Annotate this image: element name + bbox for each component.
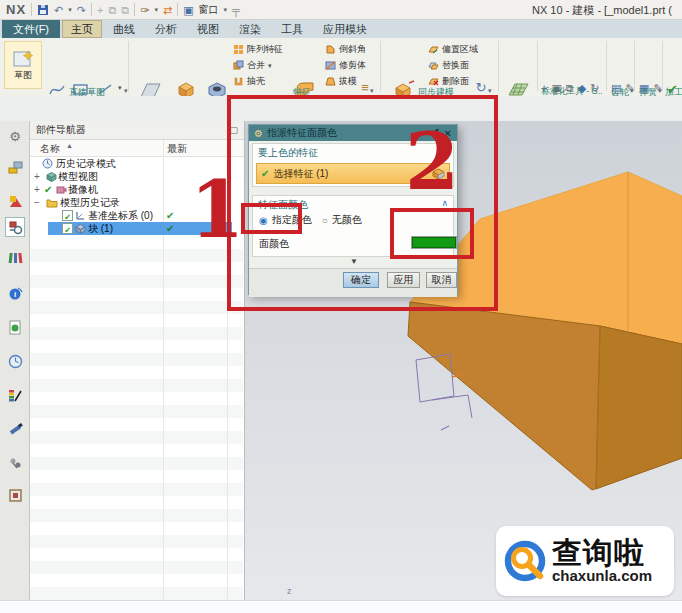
shell-button[interactable]: 抽壳 bbox=[233, 74, 283, 89]
face-color-swatch-well[interactable] bbox=[411, 236, 457, 249]
radio-selected-icon[interactable]: ◉ bbox=[259, 215, 268, 226]
save-icon[interactable] bbox=[37, 4, 49, 16]
history-palette-icon[interactable] bbox=[5, 317, 25, 337]
radio-unselected-icon[interactable]: ○ bbox=[322, 215, 328, 226]
trim-body-button[interactable]: 修剪体 bbox=[325, 58, 366, 73]
apply-button[interactable]: 应用 bbox=[387, 272, 420, 288]
draft-icon bbox=[325, 76, 336, 87]
check-icon: ✔ bbox=[44, 183, 52, 196]
block-right-face[interactable] bbox=[596, 326, 682, 489]
reuse-library-icon[interactable] bbox=[5, 247, 25, 267]
tab-tools[interactable]: 工具 bbox=[272, 20, 312, 38]
tab-home[interactable]: 主页 bbox=[62, 20, 102, 38]
dialog-expand-icon[interactable]: ▼ bbox=[249, 257, 459, 266]
window-icon[interactable]: ▣ bbox=[183, 3, 193, 17]
process-studio-icon[interactable] bbox=[5, 453, 25, 473]
group-caret-icon[interactable]: ▾ bbox=[658, 87, 662, 95]
part-navigator-icon[interactable] bbox=[5, 217, 25, 237]
divider bbox=[634, 41, 635, 91]
undo-icon[interactable]: ↶ bbox=[54, 3, 63, 17]
minimize-ribbon-icon[interactable]: ╤ bbox=[232, 3, 240, 17]
tree-row-block-selected[interactable]: ✔ 块 (1) ✔ bbox=[30, 222, 244, 235]
group-caret-icon[interactable]: ▾ bbox=[124, 87, 128, 95]
tree-row-datum-csys[interactable]: ✔ 基准坐标系 (0) ✔ bbox=[30, 209, 244, 222]
replace-face-icon bbox=[428, 60, 439, 71]
select-feature-row[interactable]: ✔ 选择特征 (1) bbox=[256, 163, 450, 184]
column-uptodate[interactable]: 最新 bbox=[167, 142, 187, 156]
folder-icon bbox=[46, 197, 58, 208]
brush-icon[interactable]: ✑ bbox=[140, 3, 149, 17]
dialog-title: 指派特征面颜色 bbox=[267, 126, 337, 140]
radio-specify-color-label[interactable]: 指定颜色 bbox=[272, 213, 312, 227]
replace-face-button[interactable]: 替换面 bbox=[428, 58, 478, 73]
face-color-swatch[interactable] bbox=[412, 237, 456, 248]
nx-logo: NX bbox=[6, 2, 26, 17]
panel-window-icon[interactable]: ▢ bbox=[229, 125, 238, 135]
undo-caret-icon[interactable]: ▾ bbox=[68, 3, 72, 17]
divider bbox=[606, 41, 607, 91]
ok-button[interactable]: 确定 bbox=[343, 272, 379, 288]
watermark: 查询啦 chaxunla.com bbox=[496, 526, 674, 596]
caret-down-icon: ▾ bbox=[268, 62, 272, 70]
sketch-button[interactable]: 草图 bbox=[4, 41, 42, 89]
history-clock-icon[interactable] bbox=[5, 351, 25, 371]
tab-analysis[interactable]: 分析 bbox=[146, 20, 186, 38]
unite-button[interactable]: 合并 ▾ bbox=[233, 58, 283, 73]
group-caret-icon[interactable]: ▾ bbox=[370, 87, 374, 95]
copy-icon[interactable]: ⧉ bbox=[108, 3, 116, 17]
tab-file[interactable]: 文件(F) bbox=[2, 20, 60, 38]
group-caret-icon[interactable]: ▾ bbox=[488, 87, 492, 95]
expand-icon[interactable]: + bbox=[34, 183, 40, 196]
checkbox-checked-icon[interactable]: ✔ bbox=[62, 223, 73, 234]
tab-render[interactable]: 渲染 bbox=[230, 20, 270, 38]
pattern-feature-button[interactable]: 阵列特征 bbox=[233, 42, 283, 57]
window-menu[interactable]: 窗口 bbox=[199, 3, 219, 17]
check-icon: ✔ bbox=[261, 168, 269, 179]
dialog-reset-icon[interactable]: ↺ bbox=[430, 127, 439, 140]
dialog-close-icon[interactable]: ✕ bbox=[444, 128, 452, 139]
pattern-feature-icon bbox=[233, 44, 244, 55]
tree-row-model-views[interactable]: + 模型视图 bbox=[30, 170, 244, 183]
face-color-label: 面颜色 bbox=[259, 237, 289, 251]
tree-row-cameras[interactable]: + ✔ 摄像机 bbox=[30, 183, 244, 196]
collapse-caret-icon[interactable]: ∧ bbox=[441, 198, 448, 208]
window-caret-icon[interactable]: ▾ bbox=[224, 3, 228, 17]
collapse-caret-icon[interactable]: ∧ bbox=[441, 146, 448, 156]
web-browser-icon[interactable]: i bbox=[5, 283, 25, 303]
dialog-gear-icon: ⚙ bbox=[254, 128, 263, 139]
tab-curve[interactable]: 曲线 bbox=[104, 20, 144, 38]
tab-view[interactable]: 视图 bbox=[188, 20, 228, 38]
cancel-button[interactable]: 取消 bbox=[426, 272, 457, 288]
ribbon-tab-bar: 文件(F) 主页 曲线 分析 视图 渲染 工具 应用模块 bbox=[0, 20, 682, 39]
touch-mode-icon[interactable] bbox=[5, 485, 25, 505]
brush-caret-icon[interactable]: ▾ bbox=[154, 3, 158, 17]
tree-row-history-mode[interactable]: 历史记录模式 bbox=[30, 157, 244, 170]
column-name[interactable]: 名称 bbox=[40, 142, 60, 156]
offset-region-button[interactable]: 偏置区域 bbox=[428, 42, 478, 57]
collapse-icon[interactable]: − bbox=[34, 196, 40, 209]
dialog-title-bar[interactable]: ⚙ 指派特征面颜色 ↺ ✕ bbox=[249, 125, 457, 141]
sort-ascending-icon[interactable]: ▲ bbox=[66, 142, 73, 149]
watermark-logo-icon bbox=[502, 538, 548, 584]
assembly-navigator-icon[interactable] bbox=[5, 157, 25, 177]
visualization-palette-icon[interactable] bbox=[5, 385, 25, 405]
constraint-navigator-icon[interactable] bbox=[5, 191, 25, 211]
divider bbox=[31, 3, 32, 16]
roles-gear-icon[interactable]: ⚙ bbox=[5, 126, 25, 146]
cut-icon[interactable]: + bbox=[97, 3, 103, 17]
expand-icon[interactable]: + bbox=[34, 170, 40, 183]
system-materials-icon[interactable] bbox=[5, 419, 25, 439]
tree-row-model-history[interactable]: − 模型历史记录 bbox=[30, 196, 244, 209]
datum-axis[interactable] bbox=[441, 426, 449, 430]
chamfer-button[interactable]: 倒斜角 bbox=[325, 42, 366, 57]
paste-icon[interactable]: ⧉ bbox=[121, 3, 129, 17]
nx-application-window: NX ↶ ▾ ↷ + ⧉ ⧉ ✑ ▾ ⇄ ▣ 窗口 ▾ ╤ NX 10 - 建模… bbox=[0, 0, 682, 613]
watermark-domain: chaxunla.com bbox=[552, 568, 652, 584]
swap-icon[interactable]: ⇄ bbox=[163, 3, 172, 17]
tab-application[interactable]: 应用模块 bbox=[314, 20, 376, 38]
redo-icon[interactable]: ↷ bbox=[77, 3, 86, 17]
ribbon: 草图 ▾ ▾ 基准平面 ▾ 拉伸 ▾ 孔 ▾ bbox=[0, 38, 682, 97]
radio-no-color-label[interactable]: 无颜色 bbox=[332, 213, 362, 227]
group-caret-icon[interactable]: ▾ bbox=[630, 87, 634, 95]
checkbox-checked-icon[interactable]: ✔ bbox=[62, 210, 73, 221]
